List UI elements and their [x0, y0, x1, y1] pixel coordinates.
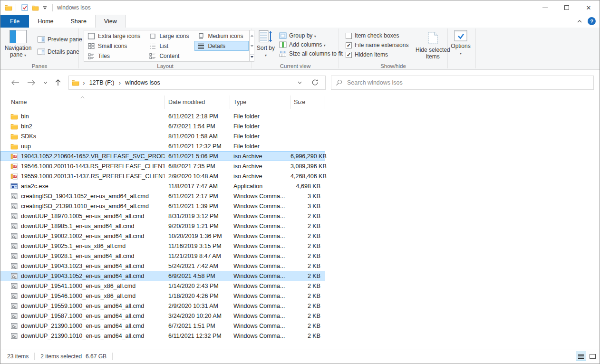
details-view-button[interactable] — [576, 352, 586, 361]
type-cell: File folder — [230, 113, 290, 120]
table-row[interactable]: SDKs8/11/2020 1:58 AMFile folder — [0, 131, 325, 141]
table-row[interactable]: downUUP_19546.1000_en-us_x86_all.cmd1/18… — [0, 291, 325, 301]
column-header-date-modified[interactable]: Date modified — [165, 96, 230, 109]
search-box[interactable] — [331, 76, 594, 90]
layout-option-small-icons[interactable]: Small icons — [85, 41, 146, 51]
date-modified-cell: 2/9/2020 10:48 AM — [165, 173, 230, 180]
size-cell: 3 KB — [290, 203, 325, 210]
details-view-icon — [578, 354, 584, 359]
address-dropdown-button[interactable] — [294, 76, 306, 90]
layout-option-tiles[interactable]: Tiles — [85, 51, 146, 61]
table-row[interactable]: downUUP_19043.1052_en-us_amd64_all.cmd6/… — [0, 271, 325, 281]
layout-option-content[interactable]: Content — [146, 51, 194, 61]
chevron-right-icon[interactable]: › — [79, 79, 88, 86]
column-header-type[interactable]: Type — [230, 96, 290, 109]
list-icon — [149, 42, 156, 50]
selected-size: 6.67 GB — [86, 353, 106, 360]
table-row[interactable]: downUUP_19043.1023_en-us_amd64_all.cmd5/… — [0, 261, 325, 271]
preview-pane-label: Preview pane — [48, 36, 82, 43]
options-button[interactable]: Options▾ — [448, 29, 474, 57]
size-cell: 4,698 KB — [290, 183, 325, 190]
details-pane-button[interactable]: Details pane — [36, 46, 84, 58]
table-row[interactable]: downUUP_18985.1_en-us_amd64_all.cmd9/20/… — [0, 221, 325, 231]
help-button[interactable]: ? — [588, 17, 596, 25]
breadcrumb-drive[interactable]: 12TB (F:) — [88, 79, 116, 86]
hidden-items-checkbox[interactable]: Hidden items — [344, 50, 410, 59]
refresh-button[interactable] — [308, 76, 322, 90]
close-button[interactable]: ✕ — [578, 0, 600, 15]
table-row[interactable]: downUUP_18970.1005_en-us_amd64_all.cmd8/… — [0, 211, 325, 221]
file-name-extensions-checkbox[interactable]: File name extensions — [344, 40, 410, 50]
file-name-cell: aria2c.exe — [0, 182, 165, 190]
table-row[interactable]: downUUP_19541.1000_en-us_x86_all.cmd1/14… — [0, 281, 325, 291]
group-by-icon — [279, 32, 287, 39]
maximize-button[interactable] — [556, 0, 578, 15]
close-icon: ✕ — [586, 5, 591, 11]
search-input[interactable] — [346, 79, 589, 86]
group-label-panes: Panes — [0, 63, 78, 69]
type-cell: Windows Comma... — [230, 313, 290, 319]
date-modified-cell: 6/7/2021 1:54 PM — [165, 123, 230, 130]
collapse-ribbon-button[interactable] — [577, 20, 582, 23]
tab-file[interactable]: File — [0, 15, 29, 28]
table-row[interactable]: downUUP_19587.1000_en-us_amd64_all.cmd3/… — [0, 311, 325, 321]
size-all-columns-button[interactable]: Size all columns to fit — [277, 49, 345, 58]
table-row[interactable]: creatingISO_21390.1010_en-us_amd64_all.c… — [0, 201, 325, 211]
divider — [16, 4, 16, 11]
column-header-name[interactable]: Name — [0, 96, 165, 109]
table-row[interactable]: ISO19559.1000.200131-1437.RS_PRERELEASE_… — [0, 171, 325, 181]
layout-option-list[interactable]: List — [146, 41, 194, 51]
table-row[interactable]: downUUP_19028.1_en-us_amd64_all.cmd11/21… — [0, 251, 325, 261]
qat-customize-button[interactable] — [41, 0, 49, 15]
thumbnails-view-button[interactable] — [587, 352, 598, 361]
table-row[interactable]: downUUP_19025.1_en-us_x86_all.cmd11/16/2… — [0, 241, 325, 251]
add-columns-button[interactable]: Add columns ▾ — [277, 40, 345, 49]
qat-properties-button[interactable] — [19, 0, 30, 15]
file-name: downUUP_21390.1010_en-us_amd64_all.cmd — [21, 333, 144, 339]
column-header-size[interactable]: Size — [290, 96, 325, 109]
table-row[interactable]: downUUP_19002.1002_en-us_amd64_all.cmd10… — [0, 231, 325, 241]
table-row[interactable]: ISO19546.1000.200110-1443.RS_PRERELEASE_… — [0, 161, 325, 171]
svg-text:ISO: ISO — [13, 154, 18, 157]
table-row[interactable]: downUUP_21390.1000_en-us_amd64_all.cmd6/… — [0, 321, 325, 331]
table-row[interactable]: creatingISO_19043.1052_en-us_amd64_all.c… — [0, 191, 325, 201]
tab-share[interactable]: Share — [62, 15, 95, 28]
layout-option-large-icons[interactable]: Large icons — [146, 31, 194, 41]
date-modified-cell: 1/14/2020 2:43 PM — [165, 283, 230, 289]
tab-view[interactable]: View — [95, 15, 126, 28]
navigation-pane-button[interactable]: Navigation pane ▾ — [0, 29, 36, 59]
cmd-icon — [10, 322, 18, 330]
item-check-boxes-checkbox[interactable]: Item check boxes — [344, 31, 410, 40]
layout-option-details[interactable]: Details — [194, 41, 249, 51]
layout-option-medium-icons[interactable]: Medium icons — [194, 31, 249, 41]
table-row[interactable]: bin26/7/2021 1:54 PMFile folder — [0, 121, 325, 131]
table-row[interactable]: aria2c.exe11/8/2017 7:47 AMApplication4,… — [0, 181, 325, 191]
chevron-right-icon[interactable]: › — [115, 79, 124, 86]
hide-selected-items-button[interactable]: Hide selected items — [413, 30, 452, 61]
type-cell: Windows Comma... — [230, 283, 290, 289]
group-by-button[interactable]: Group by ▾ — [277, 31, 345, 40]
file-rows: bin6/11/2021 2:18 PMFile folderbin26/7/2… — [0, 111, 600, 341]
file-name: downUUP_19587.1000_en-us_amd64_all.cmd — [21, 313, 144, 319]
sort-by-button[interactable]: Sort by ▾ — [255, 29, 277, 59]
address-bar[interactable]: › 12TB (F:) › windows isos — [68, 76, 326, 90]
forward-button[interactable] — [23, 76, 39, 90]
layout-option-extra-large-icons[interactable]: Extra large icons — [85, 31, 146, 41]
tab-home[interactable]: Home — [29, 15, 62, 28]
file-name: downUUP_19025.1_en-us_x86_all.cmd — [21, 243, 126, 249]
recent-locations-button[interactable] — [39, 76, 51, 90]
table-row[interactable]: ISO19043.1052.210604-1652.VB_RELEASE_SVC… — [0, 151, 325, 161]
breadcrumb-folder[interactable]: windows isos — [124, 79, 161, 86]
preview-pane-button[interactable]: Preview pane — [36, 33, 84, 46]
table-row[interactable]: downUUP_21390.1010_en-us_amd64_all.cmd6/… — [0, 331, 325, 341]
minimize-button[interactable] — [534, 0, 556, 15]
up-button[interactable] — [51, 76, 65, 90]
table-row[interactable]: bin6/11/2021 2:18 PMFile folder — [0, 111, 325, 121]
items-count: 23 items — [7, 353, 29, 360]
table-row[interactable]: downUUP_19559.1000_en-us_amd64_all.cmd2/… — [0, 301, 325, 311]
sort-ascending-icon — [80, 96, 85, 98]
qat-new-folder-button[interactable] — [30, 0, 41, 15]
back-button[interactable] — [7, 76, 23, 90]
cmd-icon — [10, 262, 18, 270]
table-row[interactable]: uup6/11/2021 12:32 PMFile folder — [0, 141, 325, 151]
